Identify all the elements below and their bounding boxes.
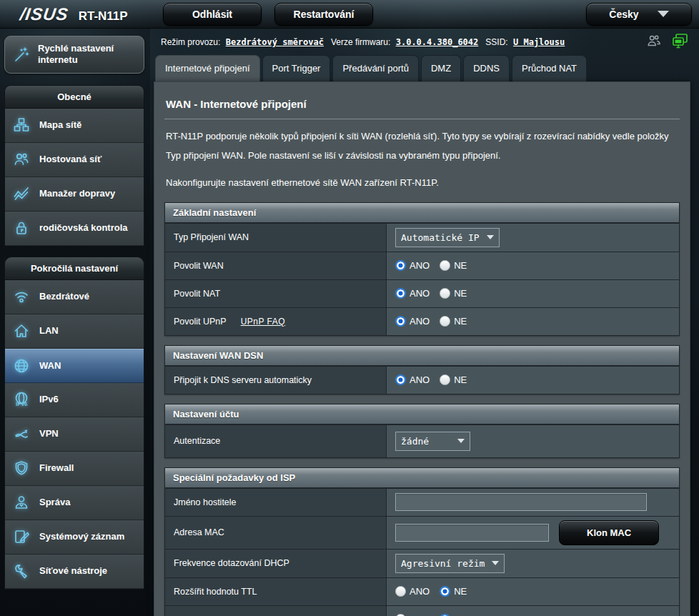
radio-unselected-icon	[440, 288, 450, 299]
operation-mode-label: Režim provozu:	[161, 37, 220, 47]
enable-wan-radio-ano[interactable]: ANO	[395, 260, 430, 271]
clone-mac-button[interactable]: Klon MAC	[559, 520, 659, 545]
firmware-label: Verze firmwaru:	[331, 37, 390, 47]
sidebar-item-sitove-nastroje[interactable]: Síťové nástroje	[5, 555, 144, 589]
sidebar-item-hostovana-sit[interactable]: Hostovaná síť	[5, 143, 144, 177]
sidebar-item-label: Bezdrátové	[39, 291, 89, 302]
title-divider	[164, 119, 680, 119]
radio-unselected-icon	[440, 260, 450, 271]
sidebar-item-rodicovska-kontrola[interactable]: rodičovská kontrola	[5, 212, 144, 246]
dns-auto-radio-ne[interactable]: NE	[440, 374, 467, 385]
sidebar: Rychlé nastavení internetu Obecné Mapa s…	[0, 29, 150, 616]
field-label: Povolit NAT	[174, 289, 220, 299]
sidebar-item-label: IPv6	[39, 394, 59, 405]
field-label: Připojit k DNS serveru automaticky	[174, 375, 312, 385]
user-icon	[12, 493, 31, 512]
wan-connection-type-select[interactable]: Automatické IP	[395, 228, 500, 247]
hostname-input[interactable]	[395, 493, 647, 511]
field-label: Povolit WAN	[174, 261, 224, 271]
table-row-extend-ttl: Rozšířit hodnotu TTL ANO NE	[165, 577, 679, 605]
sidebar-item-mapa-site[interactable]: Mapa sítě	[5, 109, 144, 143]
select-value: Automatické IP	[401, 232, 480, 243]
sidebar-item-label: LAN	[39, 325, 59, 337]
sidebar-item-label: VPN	[39, 428, 59, 439]
sidebar-item-bezdratove[interactable]: Bezdrátové	[5, 280, 144, 314]
mac-address-input[interactable]	[395, 524, 549, 542]
tab-port-trigger[interactable]: Port Trigger	[262, 55, 331, 81]
extend-ttl-radio-ne[interactable]: NE	[440, 586, 467, 597]
menu-header-advanced: Pokročilá nastavení	[5, 257, 144, 280]
sidebar-item-label: Hostovaná síť	[39, 154, 101, 165]
radio-unselected-icon	[440, 374, 450, 385]
enable-upnp-radio-ne[interactable]: NE	[440, 316, 467, 327]
logout-button[interactable]: Odhlásit	[163, 3, 262, 26]
chevron-down-icon	[492, 561, 499, 565]
router-model: RT-N11P	[79, 9, 128, 24]
dhcp-query-frequency-select[interactable]: Agresivní režim	[395, 554, 505, 573]
enable-wan-radio-ne[interactable]: NE	[440, 260, 467, 271]
sidebar-item-label: Mapa sítě	[39, 119, 81, 131]
quick-internet-setup-button[interactable]: Rychlé nastavení internetu	[4, 36, 144, 74]
tab-internetove-pripojeni[interactable]: Internetové připojení	[155, 55, 260, 81]
sidebar-item-label: WAN	[39, 360, 61, 372]
language-dropdown[interactable]: Česky	[586, 3, 692, 26]
ssid-label: SSID:	[485, 37, 507, 47]
lan-clients-icon[interactable]	[672, 33, 689, 51]
field-label: Rozšířit hodnotu TTL	[174, 587, 257, 597]
guest-network-icon	[12, 150, 31, 169]
radio-unselected-icon	[395, 586, 406, 597]
enable-nat-radio-ano[interactable]: ANO	[395, 288, 430, 299]
users-icon[interactable]	[646, 33, 662, 51]
sidebar-item-lan[interactable]: LAN	[5, 314, 144, 349]
extend-ttl-radio-ano[interactable]: ANO	[395, 586, 430, 597]
radio-selected-icon	[395, 316, 406, 327]
account-settings-table: Nastavení účtu Autentizace žádné	[164, 404, 680, 458]
wifi-icon	[12, 287, 31, 306]
operation-mode-link[interactable]: Bezdrátový směrovač	[226, 37, 324, 47]
upnp-faq-link[interactable]: UPnP FAQ	[241, 317, 285, 327]
svg-text:IPv6: IPv6	[16, 401, 28, 407]
traffic-manager-icon	[12, 184, 31, 203]
firmware-version-link[interactable]: 3.0.0.4.380_6042	[396, 37, 479, 47]
wan-dns-settings-table: Nastavení WAN DSN Připojit k DNS serveru…	[164, 345, 680, 394]
enable-nat-radio-ne[interactable]: NE	[440, 288, 467, 299]
field-label: Autentizace	[174, 436, 220, 446]
tab-pruchod-nat[interactable]: Průchod NAT	[512, 55, 587, 81]
authentication-select[interactable]: žádné	[395, 432, 470, 451]
table-row-hostname: Jméno hostitele	[165, 488, 679, 516]
globe-icon	[12, 357, 31, 375]
tab-dmz[interactable]: DMZ	[421, 55, 461, 81]
ssid-link[interactable]: U Majlousu	[513, 37, 565, 47]
table-row-dns-auto: Připojit k DNS serveru automaticky ANO N…	[165, 366, 679, 394]
tab-predavani-portu[interactable]: Předávání portů	[332, 55, 419, 81]
enable-upnp-radio-ano[interactable]: ANO	[395, 316, 430, 327]
select-value: žádné	[401, 436, 429, 447]
sidebar-item-wan[interactable]: WAN	[5, 349, 144, 383]
intro-paragraph-1: RT-N11P podporuje několik typů připojení…	[166, 126, 678, 166]
sidebar-item-label: Síťové nástroje	[39, 565, 107, 577]
sidebar-item-firewall[interactable]: Firewall	[5, 452, 144, 486]
tab-bar: Internetové připojení Port Trigger Předá…	[154, 55, 699, 81]
sidebar-item-systemovy-zaznam[interactable]: Systémový záznam	[5, 520, 144, 555]
section-header-account: Nastavení účtu	[165, 404, 679, 424]
reboot-button[interactable]: Restartování	[274, 3, 373, 26]
select-value: Agresivní režim	[401, 558, 485, 569]
sidebar-item-sprava[interactable]: Správa	[5, 486, 144, 520]
sidebar-item-manazer-dopravy[interactable]: Manažer dopravy	[5, 177, 144, 212]
chevron-down-icon	[487, 235, 494, 239]
section-header-basic: Základní nastavení	[165, 203, 679, 223]
system-log-icon	[12, 527, 31, 546]
tab-ddns[interactable]: DDNS	[463, 55, 510, 81]
sidebar-item-label: Systémový záznam	[39, 531, 124, 542]
section-header-isp: Speciální požadavky od ISP	[165, 468, 679, 488]
asus-logo: /ISUS	[19, 4, 70, 24]
table-row-enable-nat: Povolit NAT ANO NE	[165, 279, 679, 307]
radio-selected-icon	[395, 260, 406, 271]
dns-auto-radio-ano[interactable]: ANO	[395, 374, 430, 385]
radio-selected-icon	[440, 586, 450, 597]
sidebar-item-vpn[interactable]: VPN	[5, 417, 144, 452]
basic-settings-table: Základní nastavení Typ Připojení WAN Aut…	[164, 202, 680, 336]
network-map-icon	[12, 116, 31, 134]
radio-unselected-icon	[440, 316, 450, 327]
sidebar-item-ipv6[interactable]: IPv6 IPv6	[5, 383, 144, 417]
